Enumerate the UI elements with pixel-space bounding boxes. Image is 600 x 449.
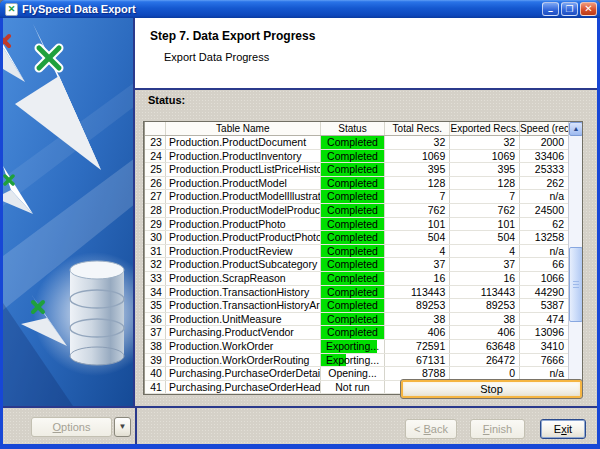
status-text: Not run — [335, 381, 369, 393]
speed-cell: 13096 — [520, 326, 568, 339]
total-recs-cell: 16 — [385, 272, 450, 285]
speed-cell: 13258 — [520, 231, 568, 244]
step-subtitle: Export Data Progress — [164, 51, 269, 63]
table-row[interactable]: 39Production.WorkOrderRoutingExporting..… — [145, 354, 568, 368]
status-text: Completed — [327, 272, 378, 284]
status-cell: Completed — [321, 245, 386, 258]
exported-recs-cell: 101 — [450, 218, 520, 231]
total-recs-cell: 406 — [385, 326, 450, 339]
table-name-cell: Production.ProductPhoto — [166, 218, 321, 231]
step-header: Step 7. Data Export Progress Export Data… — [135, 18, 597, 88]
status-cell: Completed — [321, 299, 386, 312]
table-row[interactable]: 25Production.ProductListPriceHistoryComp… — [145, 163, 568, 177]
window-title: FlySpeed Data Export — [22, 3, 542, 15]
exported-recs-cell: 1069 — [450, 150, 520, 163]
table-row[interactable]: 35Production.TransactionHistoryArchiveCo… — [145, 299, 568, 313]
table-row[interactable]: 34Production.TransactionHistoryCompleted… — [145, 286, 568, 300]
row-number-cell: 39 — [145, 354, 166, 367]
status-cell: Completed — [321, 286, 386, 299]
table-row[interactable]: 37Purchasing.ProductVendorCompleted40640… — [145, 326, 568, 340]
total-recs-cell: 504 — [385, 231, 450, 244]
exported-recs-cell: 128 — [450, 177, 520, 190]
table-row[interactable]: 28Production.ProductModelProductDescript… — [145, 204, 568, 218]
table-name-cell: Production.ProductModel — [166, 177, 321, 190]
options-button[interactable]: Options — [31, 417, 112, 437]
column-header: Status — [321, 122, 386, 135]
scrollbar-thumb[interactable] — [569, 247, 583, 322]
vertical-scrollbar[interactable]: ▲ ▼ — [568, 122, 582, 394]
minimize-button[interactable]: – — [542, 2, 559, 16]
status-cell: Opening... — [321, 367, 386, 380]
table-row[interactable]: 32Production.ProductSubcategoryCompleted… — [145, 258, 568, 272]
step-title: Step 7. Data Export Progress — [150, 29, 315, 43]
table-row[interactable]: 29Production.ProductPhotoCompleted101101… — [145, 218, 568, 232]
exported-recs-cell: 37 — [450, 258, 520, 271]
table-name-cell: Production.ProductInventory — [166, 150, 321, 163]
table-name-cell: Purchasing.PurchaseOrderDetail — [166, 367, 321, 380]
total-recs-cell: 395 — [385, 163, 450, 176]
table-row[interactable]: 31Production.ProductReviewCompleted44n/a — [145, 245, 568, 259]
row-number-cell: 33 — [145, 272, 166, 285]
titlebar[interactable]: ✕ FlySpeed Data Export – ❐ ✕ — [0, 0, 600, 18]
column-header: Exported Recs. — [450, 122, 520, 135]
status-text: Completed — [327, 245, 378, 257]
maximize-button[interactable]: ❐ — [561, 2, 578, 16]
sidebar-artwork — [3, 18, 135, 406]
close-button[interactable]: ✕ — [580, 2, 597, 16]
export-progress-grid: Table NameStatusTotal Recs.Exported Recs… — [143, 121, 583, 395]
speed-cell: 25333 — [520, 163, 568, 176]
status-cell: Completed — [321, 326, 386, 339]
total-recs-cell: 4 — [385, 245, 450, 258]
scroll-up-icon[interactable]: ▲ — [569, 122, 583, 136]
table-row[interactable]: 23Production.ProductDocumentCompleted323… — [145, 136, 568, 150]
stop-button[interactable]: Stop — [400, 379, 583, 399]
status-text: Completed — [327, 177, 378, 189]
exit-button[interactable]: Exit — [540, 419, 586, 439]
total-recs-cell: 32 — [385, 136, 450, 149]
status-cell: Completed — [321, 177, 386, 190]
finish-button[interactable]: Finish — [470, 419, 525, 439]
speed-cell: 262 — [520, 177, 568, 190]
status-cell: Completed — [321, 218, 386, 231]
row-number-cell: 24 — [145, 150, 166, 163]
total-recs-cell: 1069 — [385, 150, 450, 163]
table-row[interactable]: 26Production.ProductModelCompleted128128… — [145, 177, 568, 191]
table-name-cell: Production.ProductModelIllustration — [166, 190, 321, 203]
row-number-cell: 31 — [145, 245, 166, 258]
exported-recs-cell: 0 — [450, 367, 520, 380]
status-text: Completed — [327, 150, 378, 162]
exported-recs-cell: 32 — [450, 136, 520, 149]
table-row[interactable]: 24Production.ProductInventoryCompleted10… — [145, 150, 568, 164]
content-area: Status: Table NameStatusTotal Recs.Expor… — [135, 90, 597, 406]
status-text: Completed — [327, 258, 378, 270]
table-row[interactable]: 30Production.ProductProductPhotoComplete… — [145, 231, 568, 245]
status-cell: Completed — [321, 163, 386, 176]
row-number-cell: 40 — [145, 367, 166, 380]
row-number-cell: 25 — [145, 163, 166, 176]
options-dropdown-button[interactable]: ▼ — [114, 417, 131, 437]
row-number-cell: 41 — [145, 381, 166, 394]
table-row[interactable]: 38Production.WorkOrderExporting...725916… — [145, 340, 568, 354]
exported-recs-cell: 762 — [450, 204, 520, 217]
status-text: Completed — [327, 326, 378, 338]
status-text: Completed — [327, 286, 378, 298]
status-text: Completed — [327, 299, 378, 311]
back-button[interactable]: < Back — [405, 419, 457, 439]
exported-recs-cell: 4 — [450, 245, 520, 258]
total-recs-cell: 67131 — [385, 354, 450, 367]
speed-cell: 24500 — [520, 204, 568, 217]
speed-cell: n/a — [520, 245, 568, 258]
table-row[interactable]: 36Production.UnitMeasureCompleted3838474 — [145, 313, 568, 327]
table-name-cell: Production.TransactionHistoryArchive — [166, 299, 321, 312]
exported-recs-cell: 26472 — [450, 354, 520, 367]
speed-cell: 1066 — [520, 272, 568, 285]
table-name-cell: Production.WorkOrderRouting — [166, 354, 321, 367]
status-cell: Completed — [321, 190, 386, 203]
status-text: Completed — [327, 313, 378, 325]
dialog-body: Step 7. Data Export Progress Export Data… — [3, 18, 597, 444]
speed-cell: n/a — [520, 190, 568, 203]
table-row[interactable]: 27Production.ProductModelIllustrationCom… — [145, 190, 568, 204]
table-name-cell: Production.UnitMeasure — [166, 313, 321, 326]
table-body: 23Production.ProductDocumentCompleted323… — [145, 136, 568, 394]
table-row[interactable]: 33Production.ScrapReasonCompleted1616106… — [145, 272, 568, 286]
